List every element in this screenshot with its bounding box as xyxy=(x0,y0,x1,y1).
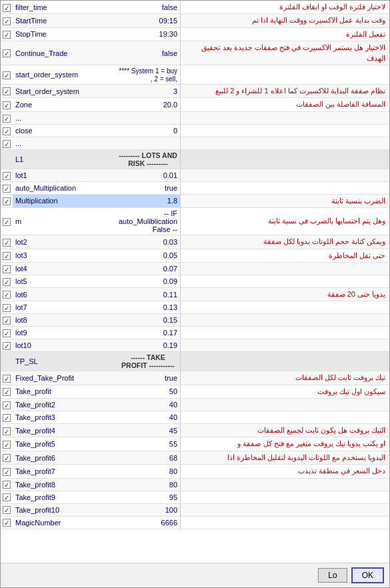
param-value[interactable]: 0 xyxy=(116,124,181,137)
row-checkbox-cell[interactable]: ✓ xyxy=(1,327,13,339)
row-checkbox-cell[interactable]: ✓ xyxy=(1,411,13,424)
row-checkbox-cell[interactable]: ✓ xyxy=(1,235,13,249)
param-value[interactable]: true xyxy=(116,371,181,385)
row-checkbox-cell[interactable]: ✓ xyxy=(1,301,13,314)
param-value[interactable]: 6666 xyxy=(116,516,181,529)
row-checkbox-cell[interactable]: ✓ xyxy=(1,181,13,194)
lo-button[interactable]: Lo xyxy=(318,568,347,583)
param-value[interactable]: 40 xyxy=(116,411,181,424)
row-checkbox-cell[interactable]: ✓ xyxy=(1,503,13,516)
row-checkbox-cell[interactable]: ✓ xyxy=(1,111,13,124)
checkbox[interactable]: ✓ xyxy=(3,493,11,501)
checkbox[interactable]: ✓ xyxy=(3,197,11,205)
param-value[interactable]: 95 xyxy=(116,491,181,503)
checkbox[interactable]: ✓ xyxy=(3,506,11,514)
param-value[interactable]: 19:30 xyxy=(116,27,181,41)
row-checkbox-cell[interactable]: ✓ xyxy=(1,249,13,262)
checkbox[interactable]: ✓ xyxy=(3,278,11,286)
row-checkbox-cell[interactable]: ✓ xyxy=(1,98,13,111)
checkbox[interactable]: ✓ xyxy=(3,427,11,435)
checkbox[interactable]: ✓ xyxy=(3,342,11,350)
row-checkbox-cell[interactable]: ✓ xyxy=(1,124,13,137)
row-checkbox-cell[interactable]: ✓ xyxy=(1,465,13,478)
param-value[interactable]: 80 xyxy=(116,478,181,491)
row-checkbox-cell[interactable]: ✓ xyxy=(1,41,13,65)
param-value[interactable]: 0.05 xyxy=(116,249,181,262)
checkbox[interactable]: ✓ xyxy=(3,375,11,383)
row-checkbox-cell[interactable]: ✓ xyxy=(1,451,13,464)
row-checkbox-cell[interactable]: ✓ xyxy=(1,339,13,352)
checkbox[interactable]: ✓ xyxy=(3,185,11,193)
row-checkbox-cell[interactable]: ✓ xyxy=(1,287,13,301)
param-value[interactable]: 3 xyxy=(116,84,181,97)
param-value[interactable]: 100 xyxy=(116,503,181,516)
row-checkbox-cell[interactable]: ✓ xyxy=(1,491,13,503)
row-checkbox-cell[interactable]: ✓ xyxy=(1,516,13,529)
row-checkbox-cell[interactable]: ✓ xyxy=(1,137,13,149)
param-value[interactable]: 0.19 xyxy=(116,339,181,352)
param-value[interactable]: --------- LOTS AND RISK --------- xyxy=(116,149,181,169)
param-value[interactable]: -- IF auto_Muliblication False -- xyxy=(116,208,181,235)
checkbox[interactable]: ✓ xyxy=(3,329,11,337)
param-value[interactable]: 0.01 xyxy=(116,169,181,181)
row-checkbox-cell[interactable] xyxy=(1,149,13,169)
checkbox[interactable]: ✓ xyxy=(3,49,11,57)
checkbox[interactable]: ✓ xyxy=(3,317,11,325)
checkbox[interactable]: ✓ xyxy=(3,252,11,260)
checkbox[interactable]: ✓ xyxy=(3,291,11,299)
checkbox[interactable]: ✓ xyxy=(3,519,11,527)
row-checkbox-cell[interactable]: ✓ xyxy=(1,65,13,84)
row-checkbox-cell[interactable] xyxy=(1,352,13,371)
checkbox[interactable]: ✓ xyxy=(3,468,11,476)
checkbox[interactable]: ✓ xyxy=(3,4,11,12)
param-value[interactable]: 50 xyxy=(116,385,181,398)
checkbox[interactable]: ✓ xyxy=(3,172,11,180)
row-checkbox-cell[interactable]: ✓ xyxy=(1,399,13,411)
checkbox[interactable]: ✓ xyxy=(3,31,11,39)
checkbox[interactable]: ✓ xyxy=(3,127,11,135)
param-value[interactable]: 0.07 xyxy=(116,262,181,275)
param-value[interactable]: true xyxy=(116,181,181,194)
row-checkbox-cell[interactable]: ✓ xyxy=(1,27,13,41)
param-value[interactable]: 40 xyxy=(116,399,181,411)
param-value[interactable]: **** System 1 = buy , 2 = sell, xyxy=(116,65,181,84)
row-checkbox-cell[interactable]: ✓ xyxy=(1,275,13,287)
checkbox[interactable]: ✓ xyxy=(3,87,11,95)
param-value[interactable]: 68 xyxy=(116,451,181,464)
checkbox[interactable]: ✓ xyxy=(3,265,11,273)
checkbox[interactable]: ✓ xyxy=(3,71,11,79)
param-value[interactable] xyxy=(116,137,181,149)
row-checkbox-cell[interactable]: ✓ xyxy=(1,84,13,97)
param-value[interactable]: 80 xyxy=(116,465,181,478)
param-value[interactable]: 1.8 xyxy=(116,194,181,207)
checkbox[interactable]: ✓ xyxy=(3,218,11,226)
checkbox[interactable]: ✓ xyxy=(3,239,11,247)
row-checkbox-cell[interactable]: ✓ xyxy=(1,169,13,181)
checkbox[interactable]: ✓ xyxy=(3,17,11,25)
param-value[interactable]: 0.09 xyxy=(116,275,181,287)
checkbox[interactable]: ✓ xyxy=(3,140,11,148)
param-value[interactable]: 0.03 xyxy=(116,235,181,249)
row-checkbox-cell[interactable]: ✓ xyxy=(1,371,13,385)
param-value[interactable]: 09:15 xyxy=(116,14,181,27)
row-checkbox-cell[interactable]: ✓ xyxy=(1,262,13,275)
checkbox[interactable]: ✓ xyxy=(3,388,11,396)
row-checkbox-cell[interactable]: ✓ xyxy=(1,314,13,327)
checkbox[interactable]: ✓ xyxy=(3,454,11,462)
param-value[interactable]: 55 xyxy=(116,437,181,451)
checkbox[interactable]: ✓ xyxy=(3,481,11,489)
param-value[interactable]: false xyxy=(116,1,181,14)
row-checkbox-cell[interactable]: ✓ xyxy=(1,14,13,27)
row-checkbox-cell[interactable]: ✓ xyxy=(1,208,13,235)
param-value[interactable]: 0.11 xyxy=(116,287,181,301)
checkbox[interactable]: ✓ xyxy=(3,115,11,123)
param-value[interactable]: false xyxy=(116,41,181,65)
row-checkbox-cell[interactable]: ✓ xyxy=(1,437,13,451)
row-checkbox-cell[interactable]: ✓ xyxy=(1,1,13,14)
param-value[interactable] xyxy=(116,111,181,124)
param-value[interactable]: 45 xyxy=(116,424,181,437)
checkbox[interactable]: ✓ xyxy=(3,414,11,422)
param-value[interactable]: 20.0 xyxy=(116,98,181,111)
checkbox[interactable]: ✓ xyxy=(3,441,11,449)
checkbox[interactable]: ✓ xyxy=(3,101,11,109)
